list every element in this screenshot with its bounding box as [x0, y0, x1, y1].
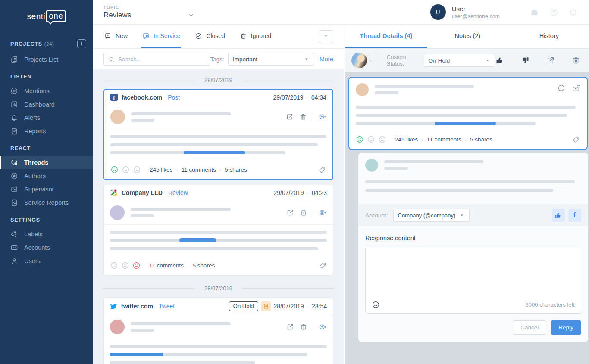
sidebar-item-dashboard[interactable]: Dashboard [0, 97, 93, 111]
cancel-button[interactable]: Cancel [513, 320, 546, 335]
author-avatar[interactable] [110, 110, 125, 124]
thread-card-tweet[interactable]: twitter.com Tweet On Hold 28/07/2019 · 2… [103, 297, 333, 364]
thread-card-review[interactable]: Company LLD Review 29/07/2019 · 04:23 [103, 185, 333, 276]
commenter-avatar[interactable] [365, 159, 378, 172]
custom-status-select[interactable]: On Hold [424, 54, 495, 67]
sentiment-positive-icon[interactable] [110, 166, 119, 174]
sidebar-item-mentions[interactable]: Mentions [0, 84, 93, 97]
assignee-dropdown[interactable] [351, 53, 373, 68]
comment-block [358, 153, 588, 204]
delete-icon[interactable] [299, 113, 307, 121]
delete-icon[interactable] [300, 209, 307, 217]
comments-count[interactable]: 11 comments [182, 166, 216, 173]
open-external-icon[interactable] [286, 209, 294, 217]
tab-closed[interactable]: Closed [194, 25, 226, 48]
filter-button[interactable] [319, 30, 333, 43]
chat-new-icon [104, 32, 112, 40]
sentiment-positive-icon[interactable] [356, 135, 364, 144]
help-icon[interactable] [549, 8, 558, 17]
text-placeholder [375, 91, 398, 94]
reply-section: Account: Company (@company) f [358, 153, 588, 342]
author-avatar[interactable] [110, 205, 125, 220]
account-select[interactable]: Company (@company) [393, 209, 470, 222]
sentiment-neutral-icon[interactable] [121, 261, 129, 270]
assign-user-icon[interactable] [319, 209, 327, 217]
thumbs-down-icon[interactable] [521, 56, 529, 65]
open-external-icon[interactable] [286, 323, 294, 331]
tab-new[interactable]: New [103, 25, 128, 48]
sidebar-item-projects-list[interactable]: Projects List [0, 53, 93, 66]
forward-mail-icon[interactable] [572, 84, 580, 92]
comment-bubble-icon[interactable] [557, 84, 565, 92]
power-icon[interactable] [569, 8, 578, 17]
sidebar-item-labels[interactable]: Labels [0, 227, 93, 241]
thread-card-facebook[interactable]: f facebook.com Post 29/07/2019 · 04:34 [103, 89, 333, 180]
shares-count[interactable]: 5 shares [470, 136, 492, 143]
tag-icon[interactable] [318, 166, 326, 174]
comments-count[interactable]: 11 comments [427, 136, 461, 143]
sentiment-positive-icon[interactable] [110, 261, 118, 270]
inbox-icon[interactable] [530, 8, 539, 17]
delete-icon[interactable] [572, 56, 580, 65]
sentiment-neutral-icon[interactable] [122, 166, 130, 174]
assign-user-icon[interactable] [319, 113, 326, 121]
shares-count[interactable]: 5 shares [192, 262, 215, 269]
emoji-picker-icon[interactable] [372, 301, 380, 309]
more-filters-link[interactable]: More [320, 56, 333, 63]
sentiment-neutral-icon[interactable] [367, 135, 375, 144]
thread-type-link[interactable]: Review [168, 189, 188, 196]
open-external-icon[interactable] [546, 56, 555, 65]
thread-type-link[interactable]: Post [168, 94, 180, 101]
status-badge: On Hold [229, 301, 258, 311]
tags-select[interactable]: Important [228, 53, 314, 66]
topic-selector[interactable]: TOPIC Reviews [103, 5, 194, 19]
tab-in-service[interactable]: In Service [141, 25, 181, 48]
user-menu[interactable]: U User user@sentione.com [430, 4, 500, 20]
tag-icon[interactable] [572, 135, 580, 144]
facebook-reply-button[interactable]: f [568, 209, 581, 222]
sidebar-item-threads[interactable]: Threads [0, 156, 93, 169]
tab-ignored[interactable]: Ignored [239, 25, 272, 48]
sidebar-item-reports[interactable]: Reports [0, 124, 93, 138]
thread-type-link[interactable]: Tweet [159, 303, 175, 310]
shares-count[interactable]: 5 shares [225, 166, 247, 173]
sidebar-item-accounts[interactable]: Accounts [0, 241, 93, 254]
topbar-icons [530, 8, 578, 17]
tags-select-value: Important [233, 56, 257, 63]
sidebar-item-authors[interactable]: Authors [0, 169, 93, 182]
open-external-icon[interactable] [286, 113, 294, 121]
chevron-down-icon [188, 12, 194, 18]
note-icon[interactable] [261, 301, 271, 311]
content-columns: New In Service Closed Ignored [93, 25, 589, 364]
tab-history[interactable]: History [508, 25, 589, 48]
details-tabs: Thread Details (4) Notes (2) History [345, 25, 589, 49]
sentiment-negative-icon[interactable] [378, 135, 386, 144]
sidebar-item-service-reports[interactable]: Service Reports [0, 196, 93, 209]
thread-time: 04:23 [312, 189, 327, 196]
search-input[interactable] [118, 56, 206, 63]
sidebar-item-supervisor[interactable]: Supervisor [0, 182, 93, 196]
response-textarea[interactable] [366, 247, 581, 297]
reply-button[interactable]: Reply [551, 320, 581, 335]
trash-icon [240, 32, 247, 40]
tag-icon[interactable] [319, 261, 327, 270]
delete-icon[interactable] [300, 323, 307, 331]
thread-author-row [104, 201, 333, 225]
search-box [103, 53, 210, 66]
like-action-button[interactable] [552, 209, 565, 222]
author-avatar[interactable] [356, 83, 369, 96]
add-project-button[interactable] [77, 39, 86, 48]
comments-count[interactable]: 11 comments [149, 262, 184, 269]
sidebar-item-alerts[interactable]: Alerts [0, 111, 93, 124]
sentiment-negative-icon[interactable] [133, 166, 141, 174]
assign-user-icon[interactable] [319, 323, 327, 331]
author-avatar[interactable] [110, 320, 125, 334]
sidebar-item-users[interactable]: Users [0, 254, 93, 267]
tab-notes[interactable]: Notes (2) [427, 25, 508, 48]
detail-thread-card[interactable]: 245 likes · 11 comments · 5 shares [348, 77, 588, 150]
tab-thread-details[interactable]: Thread Details (4) [345, 25, 427, 48]
check-circle-icon [195, 32, 202, 40]
thumbs-up-icon[interactable] [495, 56, 504, 65]
sentiment-negative-icon[interactable] [132, 261, 141, 270]
person-icon [10, 257, 18, 265]
